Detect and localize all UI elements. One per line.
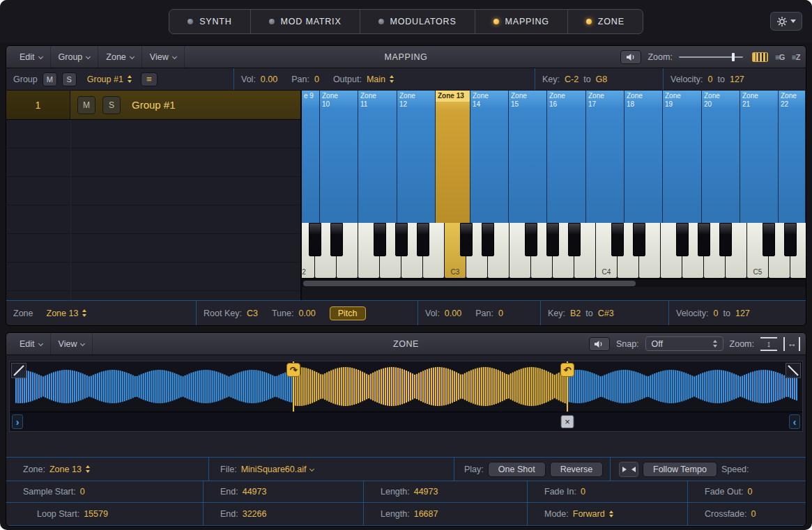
keyboard-scrollbar[interactable] (302, 279, 806, 287)
zone-vol-value[interactable]: 0.00 (445, 309, 461, 318)
loop-end-marker[interactable]: ↶ (560, 363, 574, 377)
black-key[interactable] (525, 223, 537, 256)
zone-block[interactable]: Zone 13 (436, 91, 470, 223)
black-key[interactable] (330, 223, 343, 256)
black-key[interactable] (374, 223, 386, 256)
zone-velocity-high[interactable]: 127 (735, 309, 750, 318)
scrollbar-thumb[interactable] (303, 281, 636, 286)
snap-dropdown[interactable]: Off (645, 336, 723, 351)
audition-button[interactable] (589, 337, 610, 351)
file-dropdown[interactable]: MiniSquare60.aif (241, 465, 314, 474)
group-vol-value[interactable]: 0.00 (261, 75, 277, 84)
group-output-dropdown[interactable]: Main (367, 75, 394, 84)
wave-right-edge-chevron-button[interactable]: ‹ (789, 414, 800, 429)
black-key[interactable] (460, 223, 473, 256)
mapping-edit-menu[interactable]: Edit (12, 46, 51, 68)
black-key[interactable] (763, 223, 775, 256)
tab-synth[interactable]: SYNTH (169, 10, 250, 33)
mapping-zoom-slider[interactable] (679, 52, 743, 62)
loop-start-value[interactable]: 15579 (84, 509, 108, 519)
group-solo-button[interactable]: S (62, 72, 77, 86)
zone-block[interactable]: Zone 22 (779, 91, 806, 223)
audition-button[interactable] (620, 50, 641, 64)
black-key[interactable] (395, 223, 408, 256)
zone-block[interactable]: Zone 16 (547, 91, 586, 223)
black-key[interactable] (546, 223, 559, 256)
mapping-group-menu[interactable]: Group (51, 46, 99, 68)
waveform-display[interactable] (10, 361, 802, 412)
fade-out-value[interactable]: 0 (748, 487, 753, 497)
group-name-dropdown[interactable]: Group #1 (87, 75, 132, 84)
pitch-toggle-button[interactable]: Pitch (330, 306, 366, 320)
fade-in-handle[interactable] (11, 363, 26, 378)
sample-start-value[interactable]: 0 (80, 487, 85, 497)
group-pan-value[interactable]: 0 (314, 75, 319, 84)
one-shot-button[interactable]: One Shot (488, 462, 546, 477)
zone-block[interactable]: Zone 11 (358, 91, 397, 223)
mapping-zone-menu[interactable]: Zone (98, 46, 142, 68)
reverse-button[interactable]: Reverse (550, 462, 604, 477)
group-key-low[interactable]: C-2 (565, 75, 579, 84)
loop-length-value[interactable]: 16687 (414, 509, 438, 519)
black-key[interactable] (784, 223, 797, 256)
fade-in-value[interactable]: 0 (581, 487, 585, 497)
fade-out-handle[interactable] (786, 363, 801, 378)
zone-key-low[interactable]: B2 (570, 309, 581, 318)
zone-block[interactable]: Zone 15 (509, 91, 547, 223)
flex-mode-button[interactable] (619, 462, 638, 477)
settings-button[interactable] (770, 12, 802, 31)
zone-block[interactable]: Zone 20 (702, 91, 740, 223)
loop-start-marker[interactable]: ↷ (286, 363, 300, 377)
wave-left-edge-chevron-button[interactable]: › (12, 414, 23, 429)
vertical-zoom-button[interactable]: ↕ (760, 337, 777, 351)
zone-edit-menu[interactable]: Edit (12, 333, 51, 354)
mapping-view-menu[interactable]: View (142, 46, 185, 68)
group-row[interactable]: 1 M S Group #1 (6, 91, 300, 120)
black-key[interactable] (719, 223, 732, 256)
tab-zone[interactable]: ZONE (567, 10, 643, 33)
group-mute-button[interactable]: M (43, 72, 57, 86)
black-key[interactable] (417, 223, 429, 256)
black-key[interactable] (611, 223, 624, 256)
zone-block[interactable]: Zone 21 (740, 91, 779, 223)
waveform-box[interactable]: ↷ ↶ › × ‹ (9, 361, 803, 432)
tab-modulators[interactable]: MODULATORS (360, 10, 475, 33)
info-zone-dropdown[interactable]: Zone 13 (49, 465, 90, 474)
group-velocity-low[interactable]: 0 (708, 75, 713, 84)
zone-block[interactable]: Zone 17 (586, 91, 625, 223)
slider-thumb[interactable] (732, 53, 735, 61)
zone-block[interactable]: Zone 19 (663, 91, 702, 223)
zone-name-dropdown[interactable]: Zone 13 (47, 309, 87, 318)
sample-length-value[interactable]: 44973 (414, 487, 438, 497)
zone-view-menu[interactable]: View (51, 333, 93, 354)
tab-mod-matrix[interactable]: MOD MATRIX (250, 10, 360, 33)
horizontal-zoom-button[interactable]: ↔ (783, 337, 800, 351)
black-key[interactable] (309, 223, 321, 256)
group-velocity-high[interactable]: 127 (730, 75, 744, 84)
loop-end-value[interactable]: 32266 (243, 509, 267, 519)
crossfade-value[interactable]: 0 (751, 509, 756, 519)
zone-pan-value[interactable]: 0 (498, 309, 503, 318)
follow-tempo-button[interactable]: Follow Tempo (643, 462, 717, 477)
zone-block[interactable]: Zone 18 (625, 91, 663, 223)
zone-view-button[interactable]: ≡Z (792, 53, 800, 61)
loop-mode-dropdown[interactable]: Forward (573, 509, 613, 519)
black-key[interactable] (698, 223, 710, 256)
group-list-menu-button[interactable]: ≡ (141, 72, 158, 86)
zone-velocity-low[interactable]: 0 (714, 309, 719, 318)
zone-block[interactable]: Zone 12 (397, 91, 436, 223)
clear-loop-button[interactable]: × (561, 415, 574, 428)
zone-block[interactable]: Zone 10 (320, 91, 358, 223)
zone-key-high[interactable]: C#3 (598, 309, 614, 318)
black-key[interactable] (676, 223, 689, 256)
group-row-solo-button[interactable]: S (102, 96, 121, 114)
tab-mapping[interactable]: MAPPING (475, 10, 567, 33)
tune-value[interactable]: 0.00 (298, 309, 315, 318)
keyboard-view-button[interactable] (752, 52, 768, 62)
group-row-mute-button[interactable]: M (77, 96, 95, 114)
black-key[interactable] (633, 223, 645, 256)
group-view-button[interactable]: ≡G (775, 53, 785, 61)
sample-end-value[interactable]: 44973 (243, 487, 267, 497)
black-key[interactable] (568, 223, 581, 256)
black-key[interactable] (482, 223, 494, 256)
